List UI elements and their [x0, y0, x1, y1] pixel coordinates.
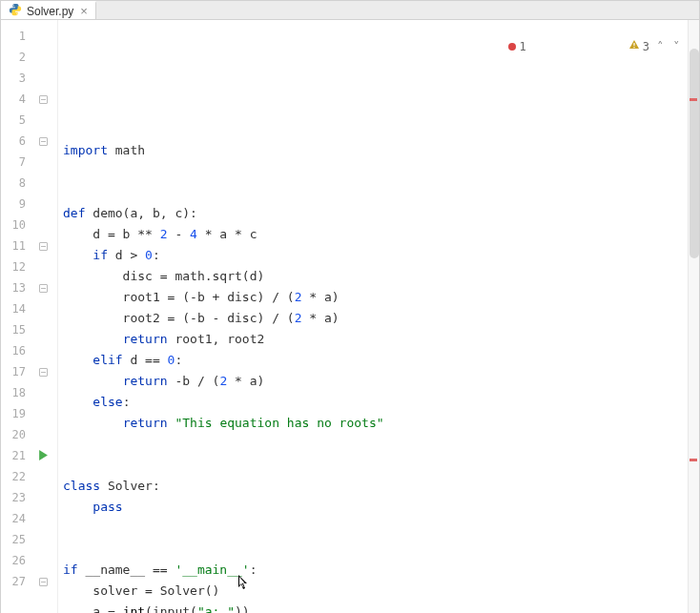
fold-icon[interactable]: [39, 137, 48, 146]
chevron-down-icon[interactable]: ˅: [671, 39, 682, 53]
line-number[interactable]: 4: [1, 89, 30, 110]
line-number[interactable]: 21: [1, 445, 30, 466]
line-number[interactable]: 24: [1, 508, 30, 529]
line-number[interactable]: 5: [1, 110, 30, 131]
line-number[interactable]: 1: [1, 26, 30, 47]
gutter-cell[interactable]: [30, 571, 57, 592]
line-number[interactable]: 16: [1, 340, 30, 361]
code-line[interactable]: [58, 434, 699, 455]
code-line[interactable]: def demo(a, b, c):: [58, 203, 699, 224]
line-number[interactable]: 25: [1, 529, 30, 550]
code-text-area[interactable]: 1 3 ˄ ˅: [58, 20, 699, 613]
code-line[interactable]: a = int(input("a: ")): [58, 602, 699, 613]
code-line[interactable]: import math: [58, 140, 699, 161]
line-number[interactable]: 26: [1, 550, 30, 571]
gutter-cell[interactable]: [30, 403, 57, 424]
code-line[interactable]: class Solver:: [58, 476, 699, 497]
chevron-up-icon[interactable]: ˄: [655, 39, 666, 53]
code-line[interactable]: [58, 539, 699, 560]
gutter-cell[interactable]: [30, 235, 57, 256]
line-number[interactable]: 9: [1, 194, 30, 215]
line-number[interactable]: 13: [1, 277, 30, 298]
gutter-cell[interactable]: [30, 424, 57, 445]
gutter-cell[interactable]: [30, 487, 57, 508]
line-number[interactable]: 2: [1, 47, 30, 68]
code-line[interactable]: [58, 518, 699, 539]
gutter-cell[interactable]: [30, 26, 57, 47]
gutter-cell[interactable]: [30, 68, 57, 89]
code-line[interactable]: if d > 0:: [58, 245, 699, 266]
gutter-cell[interactable]: [30, 361, 57, 382]
line-number[interactable]: 22: [1, 466, 30, 487]
gutter-cell[interactable]: [30, 529, 57, 550]
fold-icon[interactable]: [39, 242, 48, 251]
code-line[interactable]: [58, 455, 699, 476]
line-number[interactable]: 7: [1, 152, 30, 173]
code-line[interactable]: if __name__ == '__main__':: [58, 560, 699, 581]
line-number[interactable]: 18: [1, 382, 30, 403]
line-number[interactable]: 23: [1, 487, 30, 508]
line-number[interactable]: 8: [1, 173, 30, 194]
gutter-cell[interactable]: [30, 319, 57, 340]
fold-icon[interactable]: [39, 368, 48, 377]
code-line[interactable]: pass: [58, 497, 699, 518]
line-number[interactable]: 10: [1, 215, 30, 235]
gutter-cell[interactable]: [30, 445, 57, 466]
line-number[interactable]: 20: [1, 424, 30, 445]
gutter-cell[interactable]: [30, 508, 57, 529]
gutter-cell[interactable]: [30, 215, 57, 235]
fold-icon[interactable]: [39, 95, 48, 104]
gutter-cell[interactable]: [30, 466, 57, 487]
code-line[interactable]: [58, 161, 699, 182]
line-number[interactable]: 27: [1, 571, 30, 592]
code-line[interactable]: d = b ** 2 - 4 * a * c: [58, 224, 699, 245]
code-line[interactable]: root2 = (-b - disc) / (2 * a): [58, 308, 699, 329]
gutter-cell[interactable]: [30, 298, 57, 319]
gutter-cell[interactable]: [30, 256, 57, 277]
run-gutter-icon[interactable]: [38, 447, 49, 464]
code-line[interactable]: [58, 182, 699, 203]
line-number[interactable]: 14: [1, 298, 30, 319]
error-dot-icon: [508, 43, 516, 51]
line-number[interactable]: 17: [1, 361, 30, 382]
gutter-cell[interactable]: [30, 152, 57, 173]
gutter-cell[interactable]: [30, 89, 57, 110]
gutter-cell[interactable]: [30, 110, 57, 131]
line-number[interactable]: 3: [1, 68, 30, 89]
gutter-cell[interactable]: [30, 194, 57, 215]
tab-solver-py[interactable]: Solver.py ×: [1, 1, 96, 19]
fold-icon[interactable]: [39, 578, 48, 586]
stripe-marker[interactable]: [690, 98, 697, 101]
close-icon[interactable]: ×: [78, 5, 90, 17]
gutter-cell[interactable]: [30, 131, 57, 152]
gutter-markers[interactable]: [30, 20, 58, 613]
gutter-cell[interactable]: [30, 173, 57, 194]
code-line[interactable]: elif d == 0:: [58, 350, 699, 371]
gutter-cell[interactable]: [30, 550, 57, 571]
code-line[interactable]: return -b / (2 * a): [58, 371, 699, 392]
fold-icon[interactable]: [39, 284, 48, 293]
stripe-marker[interactable]: [690, 459, 697, 461]
gutter-cell[interactable]: [30, 340, 57, 361]
code-line[interactable]: solver = Solver(): [58, 581, 699, 602]
code-line[interactable]: disc = math.sqrt(d): [58, 266, 699, 287]
code-line[interactable]: return "This equation has no roots": [58, 413, 699, 434]
code-line[interactable]: root1 = (-b + disc) / (2 * a): [58, 287, 699, 308]
code-line[interactable]: return root1, root2: [58, 329, 699, 350]
warning-indicator[interactable]: 3: [532, 26, 649, 67]
error-stripe[interactable]: [688, 20, 699, 613]
line-number[interactable]: 11: [1, 235, 30, 256]
line-number[interactable]: 15: [1, 319, 30, 340]
line-number[interactable]: 19: [1, 403, 30, 424]
line-number-gutter[interactable]: 1234567891011121314151617181920212223242…: [1, 20, 30, 613]
warning-count: 3: [643, 40, 649, 53]
line-number[interactable]: 6: [1, 131, 30, 152]
inspection-widget[interactable]: 1 3 ˄ ˅: [504, 24, 686, 69]
gutter-cell[interactable]: [30, 47, 57, 68]
code-line[interactable]: else:: [58, 392, 699, 413]
gutter-cell[interactable]: [30, 382, 57, 403]
vertical-scrollbar-thumb[interactable]: [690, 49, 699, 258]
gutter-cell[interactable]: [30, 277, 57, 298]
error-indicator[interactable]: 1: [508, 40, 525, 53]
line-number[interactable]: 12: [1, 256, 30, 277]
